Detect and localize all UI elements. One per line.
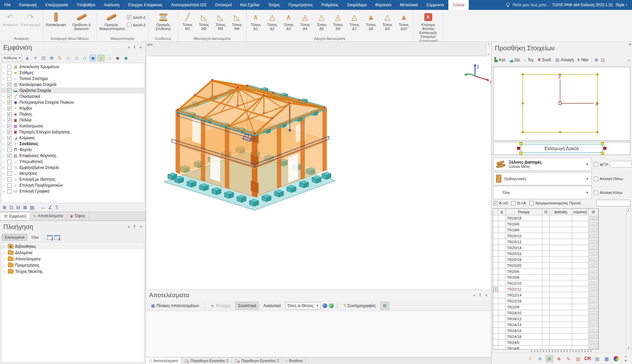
row-more-button[interactable]: ...: [589, 246, 597, 250]
table-row[interactable]: TR18/8 ...: [493, 227, 598, 233]
expand-arrow-icon[interactable]: ▷: [3, 107, 6, 110]
tree-item[interactable]: ▷ ∷ Εμφανιζόμενα Στοιχεία: [1, 165, 144, 170]
expand-arrow-icon[interactable]: ▷: [3, 95, 6, 98]
tree-checkbox[interactable]: [7, 154, 12, 158]
tab-work-window-1[interactable]: ❏ 1 Παράθυρο Εργασίας 1: [181, 357, 232, 364]
table-row[interactable]: TR22/8 ...: [493, 304, 598, 310]
expand-arrow-icon[interactable]: ▷: [3, 77, 6, 80]
order-za-checkbox[interactable]: Ω->Α: [511, 201, 526, 205]
tree-checkbox[interactable]: [7, 136, 12, 140]
expand-arrow-icon[interactable]: ▷: [3, 190, 6, 193]
expand-arrow-icon[interactable]: ▷: [3, 251, 6, 254]
menu-item[interactable]: Σκυρόδεμα: [343, 0, 371, 10]
expand-arrow-icon[interactable]: ▷: [3, 160, 6, 163]
expand-arrow-icon[interactable]: ▷: [3, 71, 6, 74]
expand-arrow-icon[interactable]: ▷: [3, 166, 6, 169]
expand-arrow-icon[interactable]: ▷: [3, 113, 6, 116]
row-more-button[interactable]: ...: [589, 234, 597, 238]
abbreviations-button[interactable]: ? Συντομογραφίες: [341, 302, 379, 310]
tree-item[interactable]: ▷ + Κόμβοι: [1, 105, 144, 111]
tree-checkbox[interactable]: [7, 160, 12, 164]
color-wheel-icon[interactable]: [613, 355, 620, 362]
row-more-button[interactable]: ...: [589, 287, 597, 291]
bar-chart-icon[interactable]: ▥: [574, 355, 582, 362]
table-row[interactable]: TR20/16 ...: [493, 251, 598, 257]
truss-type-button[interactable]: ◺ Τύπος Μ2: [196, 11, 212, 31]
expand-arrow-icon[interactable]: ▷: [3, 83, 6, 86]
row-more-button[interactable]: ...: [589, 335, 597, 339]
report-icon[interactable]: ▤: [593, 355, 601, 362]
row-more-button[interactable]: ...: [589, 252, 597, 256]
table-row[interactable]: TR22/18 ...: [493, 298, 598, 304]
add-toolbar-button[interactable]: × Συνδ.: [536, 56, 554, 64]
shaded-cube-icon[interactable]: ◆: [114, 55, 121, 61]
section-name-cell[interactable]: TR20/16: [506, 251, 542, 256]
tree-checkbox[interactable]: [7, 83, 12, 87]
style-button[interactable]: Style˅: [616, 3, 627, 7]
menu-item[interactable]: Ρυθμίσεις: [317, 0, 343, 10]
menu-item[interactable]: Κατ.Σχέδια: [236, 0, 264, 10]
expand-arrow-icon[interactable]: ▷: [3, 172, 6, 175]
work-window-2-icon[interactable]: 2: [54, 235, 60, 240]
section-name-cell[interactable]: TR20/6: [506, 269, 542, 274]
table-row[interactable]: TR20/12 ...: [493, 239, 598, 245]
menu-item[interactable]: Έλεγχος Επάρκειας: [124, 0, 167, 10]
mini-scrollbar[interactable]: ▲▼: [486, 42, 491, 56]
expand-arrow-icon[interactable]: ▷: [3, 245, 6, 248]
dir3-checkbox[interactable]: Διεύθ-3: [127, 23, 145, 27]
expand-arrow-icon[interactable]: ▷: [3, 184, 6, 187]
tree-checkbox[interactable]: [7, 142, 12, 146]
tree-checkbox[interactable]: [7, 148, 12, 152]
section-name-cell[interactable]: TR22/14: [506, 292, 542, 298]
menu-item[interactable]: Επεξεργασία: [41, 0, 72, 10]
menu-item[interactable]: Φέρουσα: [371, 0, 396, 10]
pan-icon[interactable]: ⊕: [593, 57, 599, 63]
truss-type-button[interactable]: △ Τύπος Δ5: [314, 11, 329, 31]
expand-arrow-icon[interactable]: ▷: [3, 148, 6, 151]
result-tables-button[interactable]: ▦ Πίνακες Αποτελεσμάτων: [148, 302, 202, 310]
nav-tree-item[interactable]: ▷ Προμετρήσεις: [1, 262, 144, 268]
tree-checkbox[interactable]: [7, 166, 12, 170]
check-button[interactable]: ▶ Έλεγχος: [209, 302, 233, 310]
section-name-cell[interactable]: TR18/8: [506, 227, 542, 233]
change-top-checkbox[interactable]: Αλλαγή Πάνω: [594, 172, 623, 185]
section-name-cell[interactable]: TR20/20: [506, 263, 542, 268]
truss-type-button[interactable]: ◬ Τύπος Δ4: [297, 11, 313, 31]
row-more-button[interactable]: ...: [589, 222, 597, 226]
scope-dropdown[interactable]: Καθολικ▾: [2, 55, 22, 61]
row-more-button[interactable]: ...: [589, 293, 597, 297]
wireframe-cube-icon-1[interactable]: ◇: [65, 55, 71, 61]
roof-view-icon[interactable]: ⌂: [98, 55, 104, 61]
blue-sphere-icon[interactable]: [323, 303, 327, 308]
menu-item[interactable]: Οπλισμοί: [211, 0, 236, 10]
layers-icon[interactable]: ≋: [536, 355, 543, 362]
tree-item[interactable]: ▷ ⌂ Επιλογή Προβληματικών: [1, 182, 144, 188]
table-row[interactable]: TR24/6 ...: [493, 340, 598, 346]
table-row[interactable]: TR18/18 ...: [493, 215, 598, 221]
select-window-icon[interactable]: ⊡: [10, 205, 13, 210]
change-bottom-checkbox[interactable]: Αλλαγή Κάτω: [594, 186, 622, 199]
undo-button[interactable]: ↶ Αναίρεση˅: [1, 11, 19, 30]
wireframe-cube-icon-3[interactable]: ◇: [81, 55, 88, 61]
pin-icon[interactable]: [133, 45, 136, 50]
menu-item-active[interactable]: Ξύλινα: [448, 0, 469, 10]
row-more-button[interactable]: ...: [589, 329, 597, 333]
add-toolbar-button[interactable]: ▙ Κατ.: [493, 56, 508, 63]
nav-tree-item[interactable]: ▷ B Βιβλιοθήκες: [1, 243, 144, 249]
tree-checkbox[interactable]: [7, 94, 12, 99]
tree-item[interactable]: ▷ ◢ Κλίμακες: [1, 135, 144, 141]
tree-item[interactable]: ▷ ◉ Πεπερασμένα Στοιχεία Πλακών: [1, 99, 144, 105]
row-more-button[interactable]: ...: [589, 341, 597, 345]
section-name-cell[interactable]: TR24/18: [506, 334, 542, 339]
row-more-button[interactable]: ...: [589, 216, 597, 220]
add-section-icon[interactable]: ⊞: [546, 355, 553, 362]
tree-item[interactable]: ▷ ▦ Απεικόνιση Χρωμάτων: [1, 64, 144, 70]
tree-checkbox[interactable]: [7, 189, 12, 194]
all-filter-button[interactable]: Όλα: [29, 234, 41, 241]
row-more-button[interactable]: ...: [589, 323, 597, 327]
expand-arrow-icon[interactable]: ▷: [3, 118, 6, 122]
panel-menu-icon[interactable]: ▾: [128, 45, 130, 50]
tree-checkbox[interactable]: [7, 130, 12, 134]
table-row[interactable]: TR24/18 ...: [493, 334, 598, 340]
level-up-icon[interactable]: ▲: [24, 55, 30, 61]
